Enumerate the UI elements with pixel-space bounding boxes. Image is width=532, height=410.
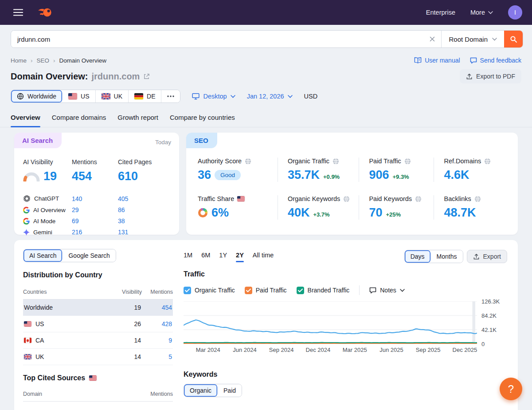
range-1y[interactable]: 1Y: [219, 252, 227, 261]
tab-overview[interactable]: Overview: [11, 114, 40, 127]
export-icon: [466, 73, 473, 80]
ai-mode-cited[interactable]: 38: [118, 217, 170, 225]
info-globe-icon[interactable]: [484, 158, 491, 165]
ai-search-toggle-button[interactable]: AI Search: [23, 249, 63, 262]
info-globe-icon[interactable]: [474, 196, 481, 202]
paid-keywords-value[interactable]: 70: [369, 206, 382, 220]
organic-traffic-value[interactable]: 35.7K: [288, 168, 320, 182]
paid-traffic-value[interactable]: 906: [369, 168, 389, 182]
range-1m[interactable]: 1M: [184, 252, 192, 261]
country-mentions[interactable]: 428: [141, 320, 172, 327]
country-row-worldwide[interactable]: Worldwide 19 454: [23, 300, 173, 316]
range-6m[interactable]: 6M: [201, 252, 210, 261]
info-globe-icon[interactable]: [245, 158, 251, 165]
us-flag-icon: [237, 196, 245, 201]
legend-branded-traffic[interactable]: Branded Traffic: [297, 287, 350, 294]
page-title-domain: jrdunn.com: [92, 71, 140, 82]
breadcrumb-home[interactable]: Home: [11, 57, 27, 64]
gemini-icon: [23, 229, 30, 236]
country-mentions[interactable]: 454: [141, 304, 172, 311]
currency-label: USD: [304, 93, 318, 100]
search-button[interactable]: [504, 31, 523, 47]
range-all-time[interactable]: All time: [253, 252, 274, 261]
search-scope-select[interactable]: Root Domain: [441, 31, 504, 47]
paid-keywords-toggle-button[interactable]: Paid: [218, 384, 242, 397]
country-row-ca[interactable]: CA 14 9: [23, 332, 173, 349]
range-2y[interactable]: 2Y: [236, 252, 244, 261]
ai-overview-cited[interactable]: 86: [118, 206, 170, 213]
organic-keywords-value[interactable]: 40K: [288, 206, 310, 220]
info-globe-icon[interactable]: [332, 158, 339, 165]
device-select[interactable]: Desktop: [192, 93, 235, 100]
ai-search-card-tab[interactable]: AI Search: [14, 133, 62, 148]
export-to-pdf-button[interactable]: Export to PDF: [460, 69, 521, 83]
keywords-toggle: Organic Paid: [184, 384, 242, 397]
hamburger-menu-button[interactable]: [11, 6, 26, 19]
send-feedback-link[interactable]: Send feedback: [470, 57, 521, 64]
traffic-chart[interactable]: [184, 301, 477, 344]
ref-domains-value[interactable]: 4.6K: [444, 168, 469, 182]
export-button[interactable]: Export: [467, 250, 507, 263]
backlinks-value[interactable]: 48.7K: [444, 206, 476, 220]
gemini-cited[interactable]: 131: [118, 229, 170, 236]
us-flag-icon: [68, 93, 77, 99]
days-toggle-button[interactable]: Days: [405, 250, 431, 263]
region-worldwide-button[interactable]: Worldwide: [11, 90, 63, 102]
enterprise-link[interactable]: Enterprise: [426, 9, 455, 16]
legend-organic-traffic[interactable]: Organic Traffic: [184, 287, 235, 294]
y-tick-label: 0: [481, 341, 485, 347]
traffic-share-label: Traffic Share: [198, 195, 234, 202]
notes-label: Notes: [380, 287, 396, 294]
gemini-mentions[interactable]: 216: [72, 229, 118, 236]
tab-growth-report[interactable]: Growth report: [117, 114, 158, 127]
country-row-us[interactable]: US 26 428: [23, 316, 173, 332]
legend-divider: [359, 285, 360, 295]
months-toggle-button[interactable]: Months: [431, 250, 463, 263]
google-icon: [23, 218, 30, 225]
notes-dropdown[interactable]: Notes: [369, 287, 405, 294]
date-select[interactable]: Jan 12, 2026: [247, 93, 293, 100]
info-globe-icon[interactable]: [415, 196, 422, 202]
tab-compare-domains[interactable]: Compare domains: [52, 114, 106, 127]
country-name: US: [35, 320, 44, 327]
more-regions-button[interactable]: [161, 90, 180, 102]
seo-card-tab[interactable]: SEO: [186, 133, 217, 148]
breadcrumb-row: Home SEO Domain Overview User manual Sen…: [0, 57, 532, 64]
user-manual-link[interactable]: User manual: [414, 57, 460, 64]
google-search-toggle-button[interactable]: Google Search: [63, 249, 115, 262]
send-feedback-label: Send feedback: [480, 57, 521, 64]
organic-traffic-label: Organic Traffic: [288, 158, 329, 165]
breadcrumb-current: Domain Overview: [49, 57, 106, 64]
date-select-value: Jan 12, 2026: [247, 93, 284, 100]
info-globe-icon[interactable]: [404, 158, 411, 165]
country-mentions[interactable]: 9: [141, 337, 172, 344]
clear-search-button[interactable]: [423, 31, 441, 47]
country-row-uk[interactable]: UK 14 5: [23, 349, 173, 365]
checkbox-checked-icon[interactable]: [297, 287, 304, 294]
region-us-button[interactable]: US: [63, 90, 95, 102]
more-menu[interactable]: More: [470, 9, 493, 16]
legend-paid-traffic[interactable]: Paid Traffic: [245, 287, 287, 294]
region-uk-button[interactable]: UK: [96, 90, 129, 102]
platform-ai-overview-label: AI Overview: [33, 207, 66, 213]
ai-overview-mentions[interactable]: 29: [72, 206, 118, 213]
help-button[interactable]: ?: [500, 378, 522, 400]
semrush-logo[interactable]: [37, 7, 52, 18]
region-de-button[interactable]: DE: [129, 90, 161, 102]
breadcrumb-seo[interactable]: SEO: [27, 57, 49, 64]
country-mentions[interactable]: 5: [141, 353, 172, 360]
ai-mode-mentions[interactable]: 69: [72, 217, 118, 225]
chatgpt-cited[interactable]: 405: [118, 195, 170, 202]
organic-keywords-toggle-button[interactable]: Organic: [184, 384, 218, 397]
info-globe-icon[interactable]: [343, 196, 350, 202]
external-link-icon[interactable]: [143, 73, 150, 80]
platform-chatgpt-label: ChatGPT: [34, 195, 59, 202]
checkbox-checked-icon[interactable]: [184, 287, 191, 294]
search-input[interactable]: [11, 31, 423, 47]
platform-ai-mode: AI Mode: [23, 218, 72, 225]
tab-compare-by-countries[interactable]: Compare by countries: [170, 114, 235, 127]
chatgpt-mentions[interactable]: 140: [72, 195, 118, 202]
checkbox-checked-icon[interactable]: [245, 287, 252, 294]
avatar[interactable]: I: [508, 5, 522, 20]
months-label: Months: [437, 253, 457, 260]
